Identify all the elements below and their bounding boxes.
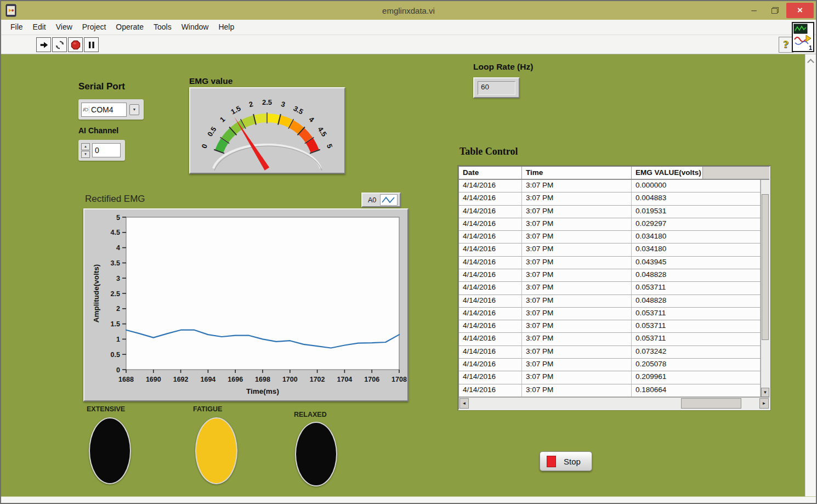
table-row[interactable]: 4/14/20163:07 PM0.034180	[459, 231, 761, 243]
stop-button[interactable]: Stop	[540, 451, 592, 471]
svg-text:5: 5	[116, 214, 120, 222]
table-row[interactable]: 4/14/20163:07 PM0.180664	[459, 384, 761, 397]
scroll-left-button[interactable]: ◄	[459, 398, 469, 409]
menu-item-view[interactable]: View	[51, 20, 77, 35]
svg-text:5: 5	[325, 143, 334, 149]
table-cell: 3:07 PM	[522, 308, 632, 320]
vertical-scroll-thumb[interactable]	[762, 194, 769, 340]
scroll-down-button[interactable]: ▼	[761, 388, 769, 397]
table-row[interactable]: 4/14/20163:07 PM0.004883	[459, 192, 761, 205]
context-help-button[interactable]: ?	[779, 37, 793, 53]
led-fatigue[interactable]	[195, 417, 237, 484]
column-header-1[interactable]: Time	[522, 167, 632, 179]
ai-channel-label: AI Channel	[78, 126, 118, 135]
abort-button[interactable]	[68, 37, 83, 52]
table-cell: 3:07 PM	[522, 359, 632, 371]
table-row[interactable]: 4/14/20163:07 PM0.019531	[459, 206, 761, 218]
loop-rate-control[interactable]: 60	[473, 77, 520, 98]
loop-rate-value[interactable]: 60	[478, 81, 515, 95]
panel-vertical-scrollbar[interactable]	[805, 54, 816, 496]
table-cell: 3:07 PM	[522, 320, 632, 332]
menu-item-operate[interactable]: Operate	[111, 20, 149, 35]
svg-text:1698: 1698	[255, 376, 270, 383]
run-button[interactable]	[36, 37, 51, 52]
led-relaxed[interactable]	[295, 422, 337, 486]
vi-icon[interactable]: 1	[792, 22, 814, 52]
ai-channel-value[interactable]: 0	[92, 143, 121, 157]
table-cell: 4/14/2016	[459, 346, 522, 358]
table-cell: 0.034180	[632, 231, 761, 243]
table-horizontal-scrollbar[interactable]: ◄ ►	[459, 397, 769, 409]
arrow-left-icon: ◄	[462, 401, 467, 406]
table-row[interactable]: 4/14/20163:07 PM0.053711	[459, 320, 761, 333]
pause-button[interactable]	[84, 37, 99, 52]
table-row[interactable]: 4/14/20163:07 PM0.048828	[459, 269, 761, 282]
table-row[interactable]: 4/14/20163:07 PM0.053711	[459, 282, 761, 295]
chevron-down-icon: ▼	[133, 107, 137, 111]
serial-port-dropdown-button[interactable]: ▼	[129, 104, 139, 115]
column-header-0[interactable]: Date	[459, 167, 522, 179]
menu-item-help[interactable]: Help	[213, 20, 239, 35]
table-vertical-scrollbar[interactable]: ▼	[761, 180, 769, 397]
menu-item-edit[interactable]: Edit	[28, 20, 51, 35]
table-cell: 3:07 PM	[522, 371, 632, 383]
legend-swatch[interactable]	[380, 194, 398, 206]
scroll-right-button[interactable]: ►	[759, 398, 769, 409]
vi-icon-number: 1	[809, 44, 812, 51]
menu-item-project[interactable]: Project	[77, 20, 111, 35]
table-cell: 3:07 PM	[522, 180, 632, 192]
close-button[interactable]: ×	[786, 3, 814, 18]
svg-text:1696: 1696	[228, 376, 243, 383]
table-row[interactable]: 4/14/20163:07 PM0.000000	[459, 180, 761, 192]
serial-port-field[interactable]: I/O COM4	[81, 103, 127, 117]
table-row[interactable]: 4/14/20163:07 PM0.205078	[459, 359, 761, 371]
table-row[interactable]: 4/14/20163:07 PM0.073242	[459, 346, 761, 359]
ai-channel-control[interactable]: ▲ ▼ 0	[78, 140, 125, 161]
minimize-button[interactable]: –	[745, 3, 763, 18]
restore-button[interactable]	[765, 3, 784, 18]
chevron-up-icon	[807, 59, 814, 66]
menu-item-tools[interactable]: Tools	[149, 20, 177, 35]
table-cell: 4/14/2016	[459, 359, 522, 371]
table-cell: 0.034180	[632, 243, 761, 256]
column-header-2[interactable]: EMG VALUE(volts)	[632, 167, 703, 179]
led-extensive[interactable]	[89, 417, 131, 484]
svg-text:Amplitude(volts): Amplitude(volts)	[92, 264, 100, 323]
header-filler	[703, 167, 770, 179]
table-row[interactable]: 4/14/20163:07 PM0.029297	[459, 218, 761, 231]
table-cell: 3:07 PM	[522, 231, 632, 243]
svg-text:1: 1	[116, 336, 120, 343]
panel-horizontal-scrollbar[interactable]	[1, 496, 816, 503]
svg-text:2.5: 2.5	[262, 98, 272, 106]
table-cell: 4/14/2016	[459, 192, 522, 205]
emg-gauge: 00.511.522.533.544.55	[189, 87, 345, 174]
table-row[interactable]: 4/14/20163:07 PM0.048828	[459, 295, 761, 308]
serial-port-combo[interactable]: I/O COM4 ▼	[78, 99, 144, 120]
table-row[interactable]: 4/14/20163:07 PM0.034180	[459, 243, 761, 256]
table-row[interactable]: 4/14/20163:07 PM0.043945	[459, 257, 761, 269]
table-cell: 3:07 PM	[522, 346, 632, 358]
title-bar: emglinxdata.vi – ×	[1, 1, 816, 20]
table-cell: 3:07 PM	[522, 282, 632, 294]
table-cell: 4/14/2016	[459, 231, 522, 243]
menu-item-file[interactable]: File	[5, 20, 28, 35]
svg-text:1704: 1704	[337, 376, 352, 383]
ai-channel-decrement-button[interactable]: ▼	[81, 151, 90, 158]
table-row[interactable]: 4/14/20163:07 PM0.053711	[459, 308, 761, 320]
run-continuously-button[interactable]	[52, 37, 67, 52]
table-cell: 4/14/2016	[459, 384, 522, 397]
table-cell: 0.053711	[632, 308, 761, 320]
ai-channel-increment-button[interactable]: ▲	[81, 143, 90, 150]
plot-legend[interactable]: A0	[361, 192, 401, 207]
menu-item-window[interactable]: Window	[177, 20, 214, 35]
table-cell: 0.053711	[632, 333, 761, 345]
table-row[interactable]: 4/14/20163:07 PM0.053711	[459, 333, 761, 346]
table-cell: 4/14/2016	[459, 371, 522, 383]
svg-text:1702: 1702	[310, 376, 325, 383]
table-row[interactable]: 4/14/20163:07 PM0.209961	[459, 371, 761, 384]
horizontal-scroll-thumb[interactable]	[681, 398, 741, 409]
svg-text:Time(ms): Time(ms)	[246, 387, 279, 395]
svg-text:2: 2	[248, 100, 254, 109]
emg-gauge-label: EMG value	[189, 76, 232, 86]
svg-text:3.5: 3.5	[111, 259, 120, 267]
